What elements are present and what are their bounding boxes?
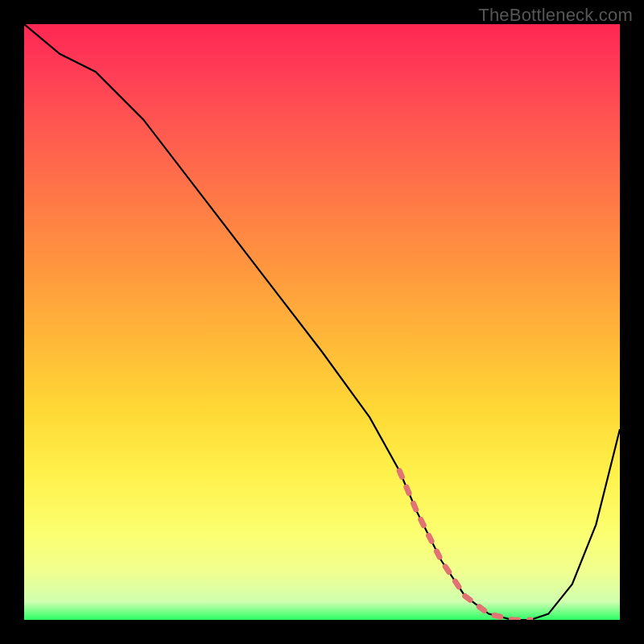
chart-frame: TheBottleneck.com — [0, 0, 644, 644]
plot-area — [24, 24, 620, 620]
watermark-text: TheBottleneck.com — [478, 5, 633, 26]
heat-gradient — [24, 24, 620, 620]
